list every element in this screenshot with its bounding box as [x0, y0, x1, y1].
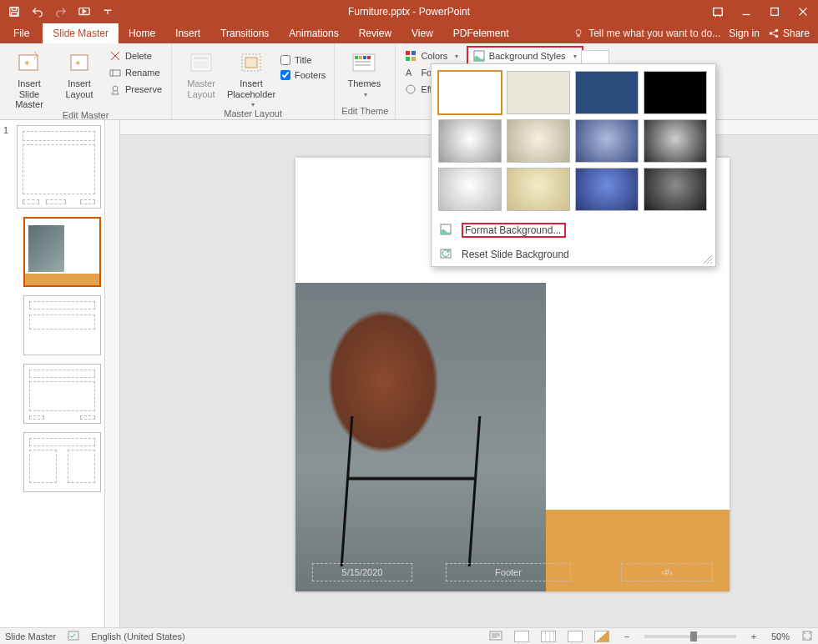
redo-icon[interactable]	[53, 4, 68, 19]
start-slideshow-icon[interactable]	[77, 4, 92, 19]
tab-insert[interactable]: Insert	[165, 23, 210, 43]
slide-image	[295, 283, 546, 591]
bg-style-4[interactable]	[644, 71, 707, 114]
vertical-ruler	[105, 120, 120, 627]
bg-style-5[interactable]	[438, 119, 502, 163]
bg-style-8[interactable]	[644, 119, 707, 163]
bg-style-11[interactable]	[575, 168, 639, 211]
zoom-out-button[interactable]: −	[621, 631, 633, 641]
svg-rect-1	[12, 8, 16, 11]
lightbulb-icon	[573, 28, 583, 38]
menu-resize-grip-icon[interactable]	[704, 254, 712, 263]
normal-view-button[interactable]	[514, 631, 529, 642]
status-language[interactable]: English (United States)	[91, 631, 185, 641]
thumb-index-1: 1	[3, 125, 12, 209]
fit-to-window-button[interactable]	[801, 630, 813, 643]
background-styles-dropdown[interactable]: Background Styles	[467, 47, 583, 65]
thumb-layout-3[interactable]	[23, 364, 101, 424]
window-title: Furniture.pptx - PowerPoint	[0, 6, 818, 18]
bg-style-10[interactable]	[507, 168, 570, 211]
insert-slide-master-icon: ✶	[16, 50, 43, 77]
reading-view-button[interactable]	[568, 631, 583, 642]
bg-style-12[interactable]	[644, 168, 707, 211]
slide-sorter-view-button[interactable]	[541, 631, 556, 642]
bg-style-1[interactable]	[438, 71, 502, 114]
tell-me-search[interactable]: Tell me what you want to do...	[573, 28, 720, 39]
insert-layout-icon: ✶	[66, 50, 93, 77]
minimize-icon[interactable]	[740, 5, 753, 18]
svg-rect-5	[771, 8, 779, 16]
thumb-layout-1[interactable]	[23, 217, 101, 287]
title-checkbox[interactable]: Title	[279, 53, 327, 67]
footers-checkbox-label: Footers	[295, 70, 326, 80]
bg-style-9[interactable]	[438, 168, 502, 211]
delete-button[interactable]: Delete	[107, 48, 164, 63]
zoom-in-button[interactable]: +	[748, 631, 760, 641]
format-background-icon	[440, 224, 453, 237]
ribbon-display-options-icon[interactable]	[711, 5, 725, 18]
format-background-menuitem[interactable]: Format Background...	[432, 218, 715, 243]
tab-view[interactable]: View	[401, 23, 443, 43]
tab-slide-master[interactable]: Slide Master	[43, 23, 119, 43]
svg-text:A: A	[406, 68, 412, 78]
slideshow-view-button[interactable]	[594, 631, 609, 642]
svg-text:✶: ✶	[23, 58, 30, 68]
background-styles-menu: Format Background... Reset Slide Backgro…	[431, 63, 716, 267]
colors-dropdown[interactable]: Colors	[402, 48, 462, 63]
rename-button[interactable]: Rename	[107, 65, 164, 80]
notes-button[interactable]	[489, 631, 502, 642]
thumb-layout-4[interactable]	[23, 432, 101, 492]
insert-placeholder-label: Insert Placeholder	[227, 78, 275, 99]
close-icon[interactable]	[796, 5, 810, 18]
rename-label: Rename	[125, 68, 160, 78]
thumb-master[interactable]	[17, 125, 101, 209]
svg-point-6	[576, 30, 581, 35]
tab-review[interactable]: Review	[349, 23, 401, 43]
title-checkbox-label: Title	[295, 55, 311, 65]
insert-slide-master-label: Insert Slide Master	[7, 78, 52, 110]
reset-slide-background-menuitem[interactable]: Reset Slide Background	[432, 243, 715, 266]
spellcheck-icon[interactable]	[68, 630, 79, 643]
preserve-button[interactable]: Preserve	[107, 82, 164, 97]
maximize-icon[interactable]	[768, 5, 781, 18]
reset-slide-background-icon	[440, 248, 453, 261]
svg-rect-26	[355, 61, 371, 63]
tab-pdfelement[interactable]: PDFelement	[443, 23, 519, 43]
qat-dropdown-icon[interactable]	[100, 4, 115, 19]
zoom-slider[interactable]	[644, 635, 736, 638]
zoom-slider-thumb[interactable]	[690, 631, 697, 641]
themes-icon	[351, 50, 377, 77]
bg-style-6[interactable]	[507, 119, 570, 163]
bg-style-2[interactable]	[507, 71, 570, 114]
bg-style-3[interactable]	[575, 71, 639, 114]
delete-icon	[109, 50, 121, 62]
group-edit-theme: Themes Edit Theme	[335, 43, 396, 119]
master-layout-button[interactable]: Master Layout	[179, 47, 224, 99]
insert-placeholder-button[interactable]: Insert Placeholder	[229, 47, 274, 108]
share-button[interactable]: Share	[768, 28, 810, 39]
thumb-layout-2[interactable]	[23, 295, 101, 355]
tab-animations[interactable]: Animations	[279, 23, 348, 43]
insert-layout-button[interactable]: ✶ Insert Layout	[57, 47, 102, 99]
svg-rect-18	[194, 61, 209, 68]
undo-icon[interactable]	[30, 4, 45, 19]
zoom-level[interactable]: 50%	[771, 631, 790, 641]
svg-rect-23	[359, 56, 362, 59]
background-styles-grid	[432, 64, 715, 218]
svg-rect-24	[363, 56, 366, 59]
footers-checkbox[interactable]: Footers	[279, 68, 327, 82]
slide-number-placeholder-text: ‹#›	[661, 567, 672, 577]
sign-in-link[interactable]: Sign in	[729, 28, 760, 39]
date-placeholder-text: 5/15/2020	[342, 567, 383, 577]
save-icon[interactable]	[7, 4, 22, 19]
bg-style-7[interactable]	[575, 119, 639, 163]
thumbnail-pane[interactable]: 1	[0, 120, 105, 627]
themes-button[interactable]: Themes	[341, 47, 386, 98]
tab-file[interactable]: File	[0, 23, 43, 43]
slide-number-placeholder[interactable]: ‹#›	[621, 563, 713, 581]
insert-slide-master-button[interactable]: ✶ Insert Slide Master	[7, 47, 52, 110]
tab-transitions[interactable]: Transitions	[210, 23, 279, 43]
footer-placeholder[interactable]: Footer	[446, 563, 571, 581]
date-placeholder[interactable]: 5/15/2020	[312, 563, 412, 581]
tab-home[interactable]: Home	[119, 23, 165, 43]
